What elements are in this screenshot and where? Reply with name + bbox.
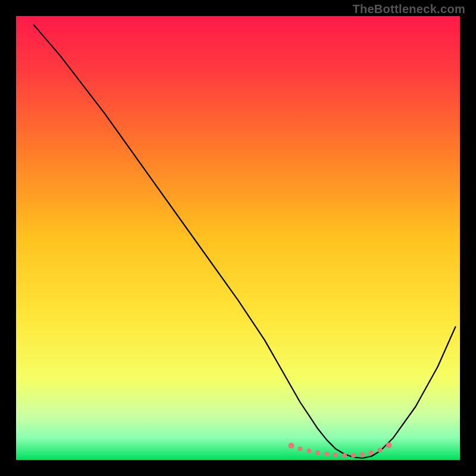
min-dot: [360, 452, 365, 457]
chart-container: TheBottleneck.com: [0, 0, 476, 476]
min-dot: [378, 448, 383, 453]
min-dot: [298, 446, 302, 451]
min-dot: [289, 443, 295, 449]
min-dot: [324, 452, 329, 456]
min-dot: [306, 449, 311, 453]
bottleneck-chart: [0, 0, 476, 476]
min-dot: [333, 453, 338, 458]
watermark-text: TheBottleneck.com: [352, 2, 465, 16]
plot-background: [16, 16, 460, 460]
min-dot: [386, 442, 392, 448]
min-dot: [369, 450, 374, 455]
min-dot: [342, 453, 347, 458]
min-dot: [315, 450, 320, 455]
min-dot: [351, 453, 356, 458]
